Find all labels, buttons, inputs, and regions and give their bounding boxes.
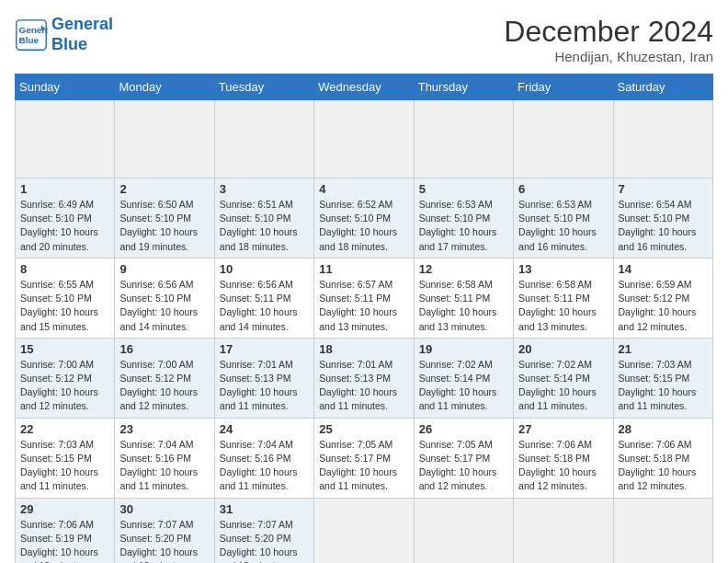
weekday-header-saturday: Saturday (613, 75, 712, 100)
weekday-header-monday: Monday (115, 75, 214, 100)
calendar-cell: 14Sunrise: 6:59 AMSunset: 5:12 PMDayligh… (613, 258, 712, 338)
day-number: 20 (518, 342, 608, 356)
calendar-cell (414, 498, 513, 563)
calendar-cell: 19Sunrise: 7:02 AMSunset: 5:14 PMDayligh… (414, 338, 513, 418)
day-detail: Sunrise: 6:51 AMSunset: 5:10 PMDaylight:… (220, 198, 309, 254)
day-detail: Sunrise: 6:58 AMSunset: 5:11 PMDaylight:… (419, 278, 508, 334)
location-title: Hendijan, Khuzestan, Iran (504, 49, 713, 64)
day-number: 15 (20, 342, 109, 356)
day-number: 16 (119, 342, 209, 356)
day-detail: Sunrise: 7:04 AMSunset: 5:16 PMDaylight:… (119, 438, 209, 494)
day-detail: Sunrise: 7:06 AMSunset: 5:18 PMDaylight:… (619, 438, 708, 494)
calendar-cell: 7Sunrise: 6:54 AMSunset: 5:10 PMDaylight… (613, 178, 712, 259)
day-number: 4 (319, 182, 408, 196)
month-title: December 2024 (504, 15, 713, 49)
day-detail: Sunrise: 7:02 AMSunset: 5:14 PMDaylight:… (419, 358, 508, 414)
calendar-cell (414, 100, 513, 178)
calendar-cell: 29Sunrise: 7:06 AMSunset: 5:19 PMDayligh… (16, 498, 115, 563)
calendar-cell: 23Sunrise: 7:04 AMSunset: 5:16 PMDayligh… (115, 418, 214, 498)
calendar-cell: 1Sunrise: 6:49 AMSunset: 5:10 PMDaylight… (16, 178, 115, 259)
day-number: 2 (119, 182, 209, 196)
day-number: 14 (619, 262, 708, 276)
calendar-cell: 2Sunrise: 6:50 AMSunset: 5:10 PMDaylight… (115, 178, 214, 259)
day-detail: Sunrise: 6:59 AMSunset: 5:12 PMDaylight:… (619, 278, 708, 334)
calendar-cell: 10Sunrise: 6:56 AMSunset: 5:11 PMDayligh… (214, 258, 313, 338)
day-detail: Sunrise: 7:03 AMSunset: 5:15 PMDaylight:… (619, 358, 708, 414)
svg-text:General: General (19, 25, 49, 35)
calendar-cell: 22Sunrise: 7:03 AMSunset: 5:15 PMDayligh… (16, 418, 115, 498)
weekday-header-wednesday: Wednesday (314, 75, 414, 100)
day-number: 29 (20, 502, 109, 516)
svg-text:Blue: Blue (19, 35, 40, 45)
calendar-week-row: 1Sunrise: 6:49 AMSunset: 5:10 PMDaylight… (16, 178, 713, 259)
day-detail: Sunrise: 6:49 AMSunset: 5:10 PMDaylight:… (20, 198, 109, 254)
calendar-cell: 21Sunrise: 7:03 AMSunset: 5:15 PMDayligh… (613, 338, 712, 418)
calendar-cell: 9Sunrise: 6:56 AMSunset: 5:10 PMDaylight… (115, 258, 214, 338)
day-detail: Sunrise: 6:56 AMSunset: 5:11 PMDaylight:… (220, 278, 309, 334)
day-number: 1 (20, 182, 109, 196)
weekday-header-thursday: Thursday (414, 75, 513, 100)
day-number: 31 (220, 502, 309, 516)
day-number: 11 (319, 262, 408, 276)
calendar-cell: 31Sunrise: 7:07 AMSunset: 5:20 PMDayligh… (214, 498, 313, 563)
day-number: 25 (319, 422, 408, 436)
day-detail: Sunrise: 7:02 AMSunset: 5:14 PMDaylight:… (518, 358, 608, 414)
day-detail: Sunrise: 6:57 AMSunset: 5:11 PMDaylight:… (319, 278, 408, 334)
day-number: 27 (518, 422, 608, 436)
calendar-cell: 4Sunrise: 6:52 AMSunset: 5:10 PMDaylight… (314, 178, 414, 259)
calendar-week-row: 22Sunrise: 7:03 AMSunset: 5:15 PMDayligh… (16, 418, 713, 498)
calendar-cell: 3Sunrise: 6:51 AMSunset: 5:10 PMDaylight… (214, 178, 313, 259)
day-number: 17 (220, 342, 309, 356)
calendar-cell (115, 100, 214, 178)
calendar-cell: 12Sunrise: 6:58 AMSunset: 5:11 PMDayligh… (414, 258, 513, 338)
day-number: 9 (119, 262, 209, 276)
logo-icon: General Blue (15, 18, 48, 52)
day-detail: Sunrise: 7:00 AMSunset: 5:12 PMDaylight:… (20, 358, 109, 414)
calendar-cell: 26Sunrise: 7:05 AMSunset: 5:17 PMDayligh… (414, 418, 513, 498)
calendar-week-row: 15Sunrise: 7:00 AMSunset: 5:12 PMDayligh… (16, 338, 713, 418)
day-detail: Sunrise: 6:56 AMSunset: 5:10 PMDaylight:… (119, 278, 209, 334)
calendar-cell: 20Sunrise: 7:02 AMSunset: 5:14 PMDayligh… (514, 338, 613, 418)
day-number: 22 (20, 422, 109, 436)
day-detail: Sunrise: 7:06 AMSunset: 5:19 PMDaylight:… (20, 518, 109, 564)
day-number: 19 (419, 342, 508, 356)
day-detail: Sunrise: 7:00 AMSunset: 5:12 PMDaylight:… (119, 358, 209, 414)
day-number: 13 (518, 262, 608, 276)
day-detail: Sunrise: 6:58 AMSunset: 5:11 PMDaylight:… (518, 278, 608, 334)
day-detail: Sunrise: 6:54 AMSunset: 5:10 PMDaylight:… (619, 198, 708, 254)
day-number: 5 (419, 182, 508, 196)
calendar-cell: 28Sunrise: 7:06 AMSunset: 5:18 PMDayligh… (613, 418, 712, 498)
calendar-cell (214, 100, 313, 178)
day-number: 7 (619, 182, 708, 196)
calendar-cell (613, 100, 712, 178)
day-number: 23 (119, 422, 209, 436)
calendar-cell (16, 100, 115, 178)
day-detail: Sunrise: 7:01 AMSunset: 5:13 PMDaylight:… (319, 358, 408, 414)
calendar-cell: 8Sunrise: 6:55 AMSunset: 5:10 PMDaylight… (16, 258, 115, 338)
calendar-cell: 27Sunrise: 7:06 AMSunset: 5:18 PMDayligh… (514, 418, 613, 498)
day-detail: Sunrise: 6:52 AMSunset: 5:10 PMDaylight:… (319, 198, 408, 254)
calendar-cell: 15Sunrise: 7:00 AMSunset: 5:12 PMDayligh… (16, 338, 115, 418)
calendar-week-row: 29Sunrise: 7:06 AMSunset: 5:19 PMDayligh… (16, 498, 713, 563)
day-detail: Sunrise: 6:50 AMSunset: 5:10 PMDaylight:… (119, 198, 209, 254)
calendar-cell (314, 498, 414, 563)
weekday-header-sunday: Sunday (16, 75, 115, 100)
logo-text-general: General (51, 15, 113, 33)
day-detail: Sunrise: 6:55 AMSunset: 5:10 PMDaylight:… (20, 278, 109, 334)
calendar-week-row: 8Sunrise: 6:55 AMSunset: 5:10 PMDaylight… (16, 258, 713, 338)
day-number: 30 (119, 502, 209, 516)
calendar-cell: 16Sunrise: 7:00 AMSunset: 5:12 PMDayligh… (115, 338, 214, 418)
calendar-cell: 13Sunrise: 6:58 AMSunset: 5:11 PMDayligh… (514, 258, 613, 338)
logo-text-blue: Blue (51, 35, 87, 53)
calendar-cell: 11Sunrise: 6:57 AMSunset: 5:11 PMDayligh… (314, 258, 414, 338)
day-number: 24 (220, 422, 309, 436)
calendar-cell: 25Sunrise: 7:05 AMSunset: 5:17 PMDayligh… (314, 418, 414, 498)
day-detail: Sunrise: 6:53 AMSunset: 5:10 PMDaylight:… (518, 198, 608, 254)
day-detail: Sunrise: 7:04 AMSunset: 5:16 PMDaylight:… (220, 438, 309, 494)
day-detail: Sunrise: 7:05 AMSunset: 5:17 PMDaylight:… (319, 438, 408, 494)
calendar-cell: 24Sunrise: 7:04 AMSunset: 5:16 PMDayligh… (214, 418, 313, 498)
calendar-cell (613, 498, 712, 563)
day-number: 6 (518, 182, 608, 196)
day-number: 8 (20, 262, 109, 276)
page-header: General Blue General Blue December 2024 … (15, 15, 713, 64)
